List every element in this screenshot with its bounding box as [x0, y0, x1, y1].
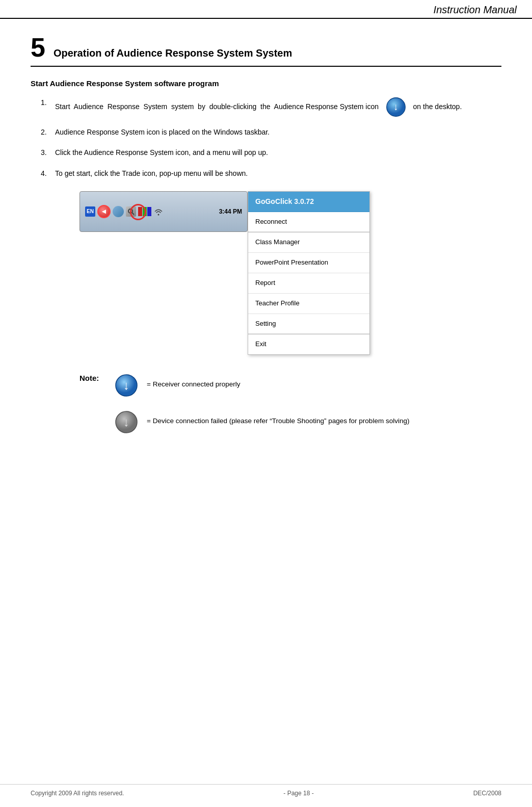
- receiver-ok-icon-box: ↓: [113, 372, 140, 399]
- taskbar-icons: EN ◀: [85, 205, 164, 218]
- page-footer: Copyright 2009 All rights reserved. - Pa…: [0, 784, 532, 797]
- note-label: Note:: [79, 372, 106, 384]
- step-4-content: To get start, click the Trade icon, pop-…: [55, 168, 501, 435]
- popup-item-classmanager[interactable]: Class Manager: [248, 232, 369, 253]
- step-3-number: 3.: [41, 147, 55, 158]
- popup-item-powerpoint[interactable]: PowerPoint Presentation: [248, 253, 369, 273]
- step-4-text: To get start, click the Trade icon, pop-…: [55, 168, 501, 179]
- popup-item-reconnect[interactable]: Reconnect: [248, 212, 369, 232]
- step-4-number: 4.: [41, 168, 55, 179]
- footer-page: - Page 18 -: [283, 790, 313, 797]
- note-fail-text: = Device connection failed (please refer…: [147, 409, 409, 426]
- chapter-heading: 5 Operation of Audience Response System …: [31, 34, 501, 61]
- step-2-text: Audience Response System icon is placed …: [55, 126, 501, 138]
- document-title: Instruction Manual: [434, 4, 517, 15]
- note-section: Note: ↓: [79, 372, 501, 435]
- popup-item-teacherprofile[interactable]: Teacher Profile: [248, 294, 369, 314]
- note-ok-text: = Receiver connected properly: [147, 372, 240, 389]
- note-row-fail: ↓ = Device connection failed (please ref…: [113, 409, 501, 435]
- step-1-number: 1.: [41, 97, 55, 108]
- step-1-text: Start Audience Response System system by…: [55, 97, 501, 117]
- popup-item-report[interactable]: Report: [248, 273, 369, 294]
- step-3-text: Click the Audience Response System icon,…: [55, 147, 501, 158]
- ars-icon-ok: ↓: [386, 97, 406, 117]
- footer-copyright: Copyright 2009 All rights reserved.: [31, 790, 124, 797]
- section-heading: Start Audience Response System software …: [31, 79, 501, 88]
- chapter-divider: [31, 66, 501, 67]
- note-row-ok: Note: ↓: [79, 372, 501, 399]
- popup-menu: GoGoClick 3.0.72 Reconnect Class Manager…: [248, 191, 370, 355]
- footer-date: DEC/2008: [473, 790, 501, 797]
- icon-2: [113, 206, 124, 217]
- step-4: 4. To get start, click the Trade icon, p…: [41, 168, 501, 435]
- wifi-icon: [153, 206, 164, 217]
- chapter-number: 5: [31, 34, 45, 61]
- taskbar-time: 3:44 PM: [219, 207, 242, 217]
- steps-list: 1. Start Audience Response System system…: [41, 97, 501, 435]
- receiver-ok-icon: ↓: [115, 374, 138, 397]
- page-header: Instruction Manual: [0, 0, 532, 19]
- popup-header: GoGoClick 3.0.72: [248, 192, 369, 212]
- popup-item-setting[interactable]: Setting: [248, 314, 369, 334]
- step-1: 1. Start Audience Response System system…: [41, 97, 501, 117]
- svg-text:↓: ↓: [123, 415, 129, 429]
- main-content: 5 Operation of Audience Response System …: [0, 19, 532, 475]
- receiver-fail-icon: ↓: [115, 410, 138, 434]
- svg-line-3: [132, 213, 134, 215]
- trade-icon-highlighted: ◀: [97, 205, 111, 218]
- chapter-title: Operation of Audience Response System Sy…: [54, 47, 292, 59]
- en-icon: EN: [85, 206, 95, 217]
- svg-text:↓: ↓: [123, 378, 129, 392]
- popup-item-exit[interactable]: Exit: [248, 334, 369, 354]
- icon-3: [126, 206, 136, 217]
- taskbar-screenshot: EN ◀: [79, 191, 248, 232]
- step-2-number: 2.: [41, 126, 55, 138]
- step-3: 3. Click the Audience Response System ic…: [41, 147, 501, 158]
- svg-point-2: [128, 209, 132, 213]
- svg-text:↓: ↓: [393, 101, 398, 112]
- screenshot-area: EN ◀: [79, 191, 501, 355]
- step-2: 2. Audience Response System icon is plac…: [41, 126, 501, 138]
- color-icons: [138, 207, 151, 216]
- receiver-fail-icon-box: ↓: [113, 409, 140, 435]
